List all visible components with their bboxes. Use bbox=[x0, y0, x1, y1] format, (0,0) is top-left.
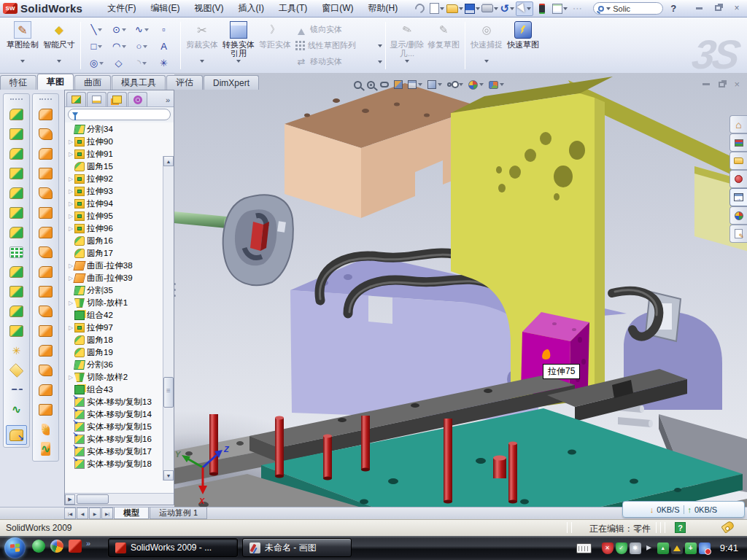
dropdown-arrow-icon[interactable] bbox=[510, 7, 514, 10]
tree-item[interactable]: 拉伸91 bbox=[65, 148, 174, 160]
menu-item[interactable]: 工具(T) bbox=[271, 0, 314, 17]
features-toolbar-button[interactable] bbox=[6, 203, 27, 222]
ribbon-button[interactable]: 显示/删除几... bbox=[389, 20, 425, 71]
command-tab[interactable]: 曲面 bbox=[74, 75, 111, 90]
tree-item[interactable]: 实体-移动/复制16 bbox=[65, 433, 174, 446]
expand-arrow-icon[interactable] bbox=[67, 139, 74, 145]
expand-arrow-icon[interactable] bbox=[67, 300, 74, 306]
manager-tab[interactable] bbox=[107, 92, 127, 106]
features-toolbar-button[interactable] bbox=[6, 183, 27, 203]
sketch-entity-button[interactable]: ◇ bbox=[108, 55, 131, 71]
minimize-icon[interactable] bbox=[692, 2, 706, 14]
tray-icon[interactable] bbox=[602, 542, 614, 554]
hud-button[interactable] bbox=[352, 77, 363, 92]
hud-button[interactable] bbox=[379, 77, 390, 92]
expand-arrow-icon[interactable] bbox=[67, 188, 74, 195]
dropdown-arrow-icon[interactable] bbox=[143, 45, 147, 48]
menu-item[interactable]: 帮助(H) bbox=[361, 0, 406, 17]
panel-splitter-handle[interactable] bbox=[172, 273, 177, 306]
toolbar-button-icon[interactable] bbox=[533, 1, 551, 16]
tree-item[interactable]: 实体-移动/复制18 bbox=[65, 458, 174, 470]
surfaces-toolbar-button[interactable] bbox=[35, 163, 56, 183]
expand-arrow-icon[interactable] bbox=[67, 374, 74, 381]
tree-item[interactable]: 圆角19 bbox=[65, 346, 174, 359]
tray-icon[interactable] bbox=[685, 542, 697, 554]
tree-horizontal-scrollbar[interactable]: ◀ ▶ bbox=[65, 493, 174, 505]
dropdown-arrow-icon[interactable] bbox=[378, 59, 382, 65]
hud-button[interactable] bbox=[467, 77, 485, 92]
dropdown-arrow-icon[interactable] bbox=[500, 83, 504, 86]
surfaces-toolbar-button[interactable] bbox=[35, 419, 56, 439]
search-input[interactable]: Solic bbox=[593, 2, 663, 15]
dropdown-arrow-icon[interactable] bbox=[20, 58, 25, 64]
tree-item[interactable]: 切除-放样2 bbox=[65, 371, 174, 384]
sketch-entity-button[interactable]: ✳ bbox=[153, 55, 176, 71]
tray-icon[interactable] bbox=[643, 542, 655, 554]
sketch-entity-button[interactable]: ▫ bbox=[153, 21, 176, 38]
task-pane-tab[interactable] bbox=[729, 115, 747, 133]
surfaces-toolbar-button[interactable] bbox=[35, 124, 56, 144]
dropdown-arrow-icon[interactable] bbox=[99, 62, 104, 65]
task-pane-tab[interactable] bbox=[729, 206, 747, 225]
manager-tab[interactable] bbox=[66, 92, 86, 106]
tree-item[interactable]: 实体-移动/复制13 bbox=[65, 396, 174, 408]
hud-button[interactable] bbox=[426, 77, 444, 92]
dropdown-arrow-icon[interactable] bbox=[479, 83, 484, 86]
taskbar-task-button[interactable]: 未命名 - 画图 bbox=[242, 538, 352, 557]
tree-item[interactable]: 实体-移动/复制17 bbox=[65, 446, 174, 458]
features-toolbar-button[interactable] bbox=[6, 124, 27, 144]
doc-minimize-icon[interactable] bbox=[703, 79, 710, 90]
sketch-entity-button[interactable]: ◠ bbox=[108, 38, 131, 55]
tree-item[interactable]: 实体-移动/复制14 bbox=[65, 408, 174, 421]
tree-item[interactable]: 拉伸95 bbox=[65, 210, 174, 222]
scroll-down-icon[interactable]: ▼ bbox=[163, 470, 174, 481]
tree-item[interactable]: 分割34 bbox=[65, 123, 174, 136]
sketch-entity-button[interactable]: ∿ bbox=[131, 21, 153, 38]
scroll-up-icon[interactable]: ▲ bbox=[163, 156, 174, 166]
surfaces-toolbar-button[interactable] bbox=[35, 321, 56, 341]
ribbon-button[interactable]: 快速捕捉 bbox=[468, 20, 505, 71]
surfaces-toolbar-button[interactable] bbox=[35, 360, 56, 380]
tree-item[interactable]: 圆角17 bbox=[65, 247, 174, 260]
tree-item[interactable]: 圆角15 bbox=[65, 160, 174, 173]
surfaces-toolbar-button[interactable] bbox=[35, 281, 56, 301]
surfaces-toolbar-button[interactable] bbox=[35, 380, 56, 400]
graphics-viewport[interactable]: Y Z X × 拉伸75 bbox=[174, 73, 747, 507]
surfaces-toolbar-button[interactable] bbox=[35, 183, 56, 203]
ribbon-button[interactable]: 快速草图 bbox=[505, 20, 541, 71]
dropdown-arrow-icon[interactable] bbox=[405, 58, 409, 64]
dropdown-arrow-icon[interactable] bbox=[98, 28, 102, 31]
sketch-entity-button[interactable]: □ bbox=[85, 38, 108, 55]
features-toolbar-button[interactable] bbox=[6, 281, 27, 301]
toolbar-button-icon[interactable] bbox=[463, 1, 481, 16]
sketch-entity-button[interactable]: ⊙ bbox=[108, 21, 131, 38]
expand-arrow-icon[interactable] bbox=[67, 213, 74, 219]
ribbon-button[interactable]: 修复草图 bbox=[425, 20, 462, 71]
dropdown-arrow-icon[interactable] bbox=[527, 7, 531, 10]
dropdown-arrow-icon[interactable] bbox=[122, 45, 126, 48]
tray-icon[interactable] bbox=[616, 542, 627, 554]
menu-item[interactable]: 文件(F) bbox=[100, 0, 143, 17]
ribbon-button[interactable]: 智能尺寸 bbox=[41, 20, 77, 71]
taskbar-task-button[interactable]: SolidWorks 2009 - ... bbox=[108, 538, 238, 557]
command-tab[interactable]: DimXpert bbox=[204, 75, 259, 90]
tray-icon[interactable] bbox=[699, 542, 711, 554]
dropdown-arrow-icon[interactable] bbox=[378, 43, 382, 49]
sketch-entity-button[interactable]: ╲ bbox=[85, 21, 108, 38]
search-dropdown-icon[interactable] bbox=[606, 7, 611, 10]
features-toolbar-button[interactable] bbox=[6, 104, 27, 124]
help-button[interactable]: ? bbox=[670, 3, 676, 14]
start-button[interactable] bbox=[4, 537, 26, 559]
features-toolbar-button[interactable] bbox=[6, 341, 27, 360]
dropdown-arrow-icon[interactable] bbox=[438, 83, 442, 86]
features-toolbar-button[interactable] bbox=[6, 144, 27, 163]
surfaces-toolbar-button[interactable] bbox=[35, 262, 56, 281]
task-pane-tab[interactable] bbox=[729, 188, 747, 206]
hud-button[interactable] bbox=[487, 77, 506, 92]
expand-arrow-icon[interactable] bbox=[67, 176, 74, 182]
toolbar-button-icon[interactable] bbox=[428, 1, 446, 16]
command-tab[interactable]: 模具工具 bbox=[112, 75, 166, 90]
tree-item[interactable]: 拉伸92 bbox=[65, 173, 174, 185]
tag-icon[interactable] bbox=[721, 520, 735, 533]
toolbar-button-icon[interactable] bbox=[446, 1, 463, 16]
